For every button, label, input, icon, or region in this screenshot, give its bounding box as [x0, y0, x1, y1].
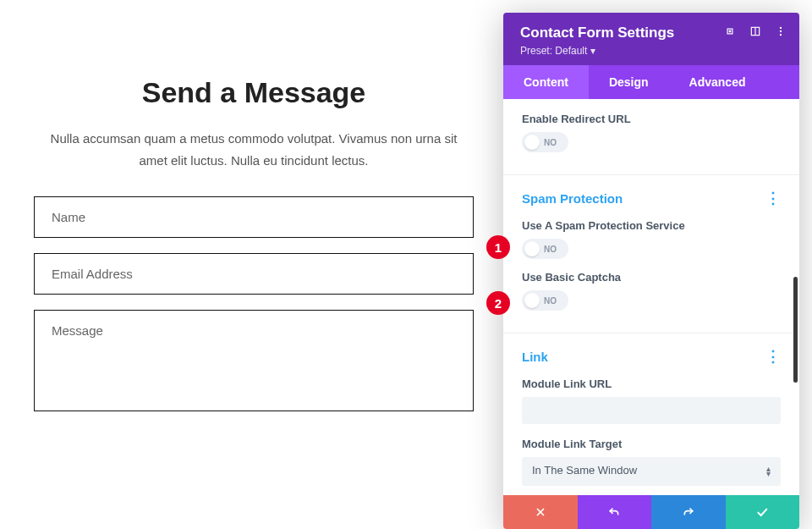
check-icon [755, 505, 769, 519]
module-link-url-input[interactable] [522, 397, 781, 424]
svg-point-5 [780, 30, 782, 32]
use-captcha-label: Use Basic Captcha [522, 271, 781, 284]
module-link-target-label: Module Link Target [522, 438, 781, 450]
message-textarea[interactable]: Message [34, 310, 474, 411]
redo-icon [682, 505, 695, 519]
link-heading[interactable]: Link [522, 350, 548, 364]
link-section-menu-icon[interactable]: ⋮ [765, 347, 781, 366]
form-description: Nulla accumsan quam a metus commodo volu… [34, 128, 474, 171]
svg-point-4 [780, 27, 782, 29]
tab-content[interactable]: Content [503, 65, 589, 99]
cancel-button[interactable] [503, 495, 578, 529]
email-input[interactable]: Email Address [34, 253, 474, 295]
redo-button[interactable] [651, 495, 726, 529]
select-arrows-icon: ▴▾ [766, 466, 771, 477]
more-icon[interactable] [774, 25, 787, 38]
panel-body[interactable]: Enable Redirect URL NO Spam Protection ⋮… [503, 99, 799, 495]
expand-icon[interactable] [723, 25, 737, 38]
settings-panel: Contact Form Settings Preset: Default ▾ … [503, 13, 799, 529]
enable-redirect-label: Enable Redirect URL [522, 113, 781, 125]
svg-point-6 [780, 34, 782, 36]
close-icon [535, 506, 546, 518]
spam-section-menu-icon[interactable]: ⋮ [765, 189, 781, 207]
contact-form-preview: Send a Message Nulla accumsan quam a met… [0, 0, 508, 460]
tab-design[interactable]: Design [589, 65, 669, 99]
callout-2: 2 [486, 291, 510, 315]
module-link-target-value: In The Same Window [532, 464, 637, 477]
undo-icon [607, 505, 621, 519]
svg-point-1 [729, 30, 731, 32]
module-link-target-select[interactable]: In The Same Window ▴▾ [522, 457, 781, 486]
panel-preset[interactable]: Preset: Default ▾ [520, 45, 782, 57]
panel-header: Contact Form Settings Preset: Default ▾ [503, 13, 799, 65]
callout-1: 1 [486, 235, 510, 259]
module-link-url-label: Module Link URL [522, 377, 781, 390]
columns-icon[interactable] [749, 25, 762, 38]
save-button[interactable] [726, 495, 800, 529]
form-heading: Send a Message [34, 76, 474, 109]
scrollbar-thumb[interactable] [793, 277, 798, 383]
settings-tabs: Content Design Advanced [503, 65, 799, 99]
panel-footer [503, 495, 799, 529]
enable-redirect-toggle[interactable]: NO [522, 132, 568, 152]
use-spam-service-label: Use A Spam Protection Service [522, 219, 781, 232]
undo-button[interactable] [578, 495, 652, 529]
use-captcha-toggle[interactable]: NO [522, 290, 568, 311]
name-input[interactable]: Name [34, 196, 474, 238]
spam-protection-heading[interactable]: Spam Protection [522, 191, 623, 206]
use-spam-service-toggle[interactable]: NO [522, 239, 568, 259]
tab-advanced[interactable]: Advanced [669, 65, 766, 99]
